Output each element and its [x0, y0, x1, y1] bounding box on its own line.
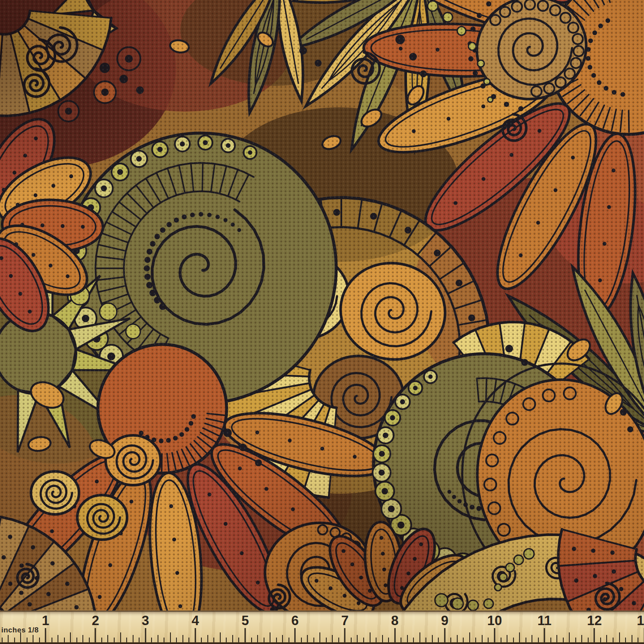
- ruler-tick: [2, 638, 3, 642]
- ruler-number: 1: [42, 613, 49, 629]
- ruler-tick: [581, 635, 582, 642]
- ruler-tick: [301, 638, 302, 642]
- ruler-tick: [370, 632, 371, 642]
- ruler-tick: [488, 638, 489, 642]
- ruler-tick: [95, 628, 96, 642]
- ruler-tick: [45, 628, 46, 642]
- ruler-tick: [313, 638, 314, 642]
- ruler-tick: [507, 635, 507, 642]
- ruler-tick: [120, 632, 121, 642]
- ruler-tick: [70, 632, 71, 642]
- ruler-tick: [382, 635, 383, 642]
- ruler-tick: [363, 638, 364, 642]
- ruler-tick: [151, 638, 152, 642]
- ruler-tick: [295, 628, 296, 642]
- ruler-tick: [606, 635, 607, 642]
- ruler-number: 5: [241, 613, 249, 629]
- ruler-tick: [213, 638, 214, 642]
- ruler-tick: [376, 638, 377, 642]
- ruler-tick: [394, 628, 395, 642]
- ruler-tick: [588, 638, 589, 642]
- ruler-tick: [257, 635, 258, 642]
- ruler-tick: [64, 638, 65, 642]
- ruler-tick: [188, 638, 189, 642]
- fabric-print-area: [0, 0, 644, 611]
- ruler-tick: [14, 638, 15, 642]
- ruler-tick: [357, 635, 358, 642]
- ruler-number: 6: [292, 613, 299, 629]
- ruler-tick: [550, 638, 551, 642]
- ruler-tick: [52, 638, 52, 642]
- ruler-tick: [226, 638, 227, 642]
- ruler-tick: [494, 628, 495, 642]
- ruler-tick: [201, 638, 202, 642]
- ruler-tick: [33, 635, 33, 642]
- ruler-number: 2: [92, 613, 99, 629]
- ruler-tick: [27, 638, 27, 642]
- ruler-tick: [126, 638, 127, 642]
- ruler-tick: [532, 635, 532, 642]
- ruler-tick: [338, 638, 339, 642]
- ruler-tick: [238, 638, 239, 642]
- ruler-number: 7: [341, 613, 349, 629]
- ruler-tick: [107, 635, 108, 642]
- ruler-tick: [407, 635, 408, 642]
- ruler-tick: [469, 632, 470, 642]
- ruler-tick: [319, 632, 320, 642]
- ruler-number: 10: [487, 613, 502, 629]
- ruler-tick: [444, 628, 445, 642]
- ruler-tick: [307, 635, 308, 642]
- ruler-tick: [182, 635, 183, 642]
- ruler-tick: [207, 635, 208, 642]
- ruler-tick: [8, 635, 9, 642]
- ruler-tick: [101, 638, 102, 642]
- fabric-swatch-photo: 12345678910111213 inches 1/8: [0, 0, 644, 644]
- ruler-tick: [332, 635, 333, 642]
- ruler-tick: [89, 638, 90, 642]
- paisley-pattern-illustration: [0, 0, 644, 611]
- ruler-tick: [232, 635, 233, 642]
- ruler-tick: [625, 638, 626, 642]
- ruler-tick: [513, 638, 514, 642]
- ruler-number: 9: [441, 613, 448, 629]
- ruler-number: 8: [391, 613, 398, 629]
- ruler-number: 13: [637, 613, 644, 629]
- ruler-tick: [613, 638, 614, 642]
- ruler-tick: [538, 638, 539, 642]
- ruler-tick: [450, 638, 451, 642]
- ruler-tick: [220, 632, 221, 642]
- ruler-tick: [82, 635, 83, 642]
- ruler-tick: [544, 628, 545, 642]
- ruler-tick: [388, 638, 389, 642]
- ruler-tick: [289, 638, 289, 642]
- ruler-tick: [457, 635, 458, 642]
- ruler-tick: [270, 632, 270, 642]
- ruler-tick: [170, 632, 171, 642]
- wooden-ruler: 12345678910111213 inches 1/8: [0, 611, 644, 644]
- ruler-tick: [413, 638, 414, 642]
- ruler-tick: [575, 638, 576, 642]
- ruler-tick: [638, 638, 638, 642]
- ruler-tick: [482, 635, 483, 642]
- ruler-unit-label: inches 1/8: [1, 626, 39, 635]
- ruler-tick: [251, 638, 252, 642]
- ruler-tick: [282, 635, 283, 642]
- ruler-tick: [519, 632, 520, 642]
- ruler-tick: [76, 638, 77, 642]
- ruler-number: 12: [587, 613, 601, 629]
- ruler-tick: [475, 638, 476, 642]
- ruler-tick: [344, 628, 346, 642]
- ruler-tick: [425, 638, 426, 642]
- ruler-tick: [569, 632, 570, 642]
- ruler-tick: [133, 635, 134, 642]
- ruler-tick: [619, 632, 620, 642]
- ruler-tick: [419, 632, 420, 642]
- ruler-bottom-edge: [0, 642, 644, 644]
- ruler-tick: [276, 638, 277, 642]
- ruler-tick: [164, 638, 164, 642]
- ruler-tick: [114, 638, 115, 642]
- ruler-tick: [145, 628, 146, 642]
- ruler-tick: [176, 638, 177, 642]
- ruler-tick: [39, 638, 40, 642]
- ruler-number: 11: [538, 613, 552, 629]
